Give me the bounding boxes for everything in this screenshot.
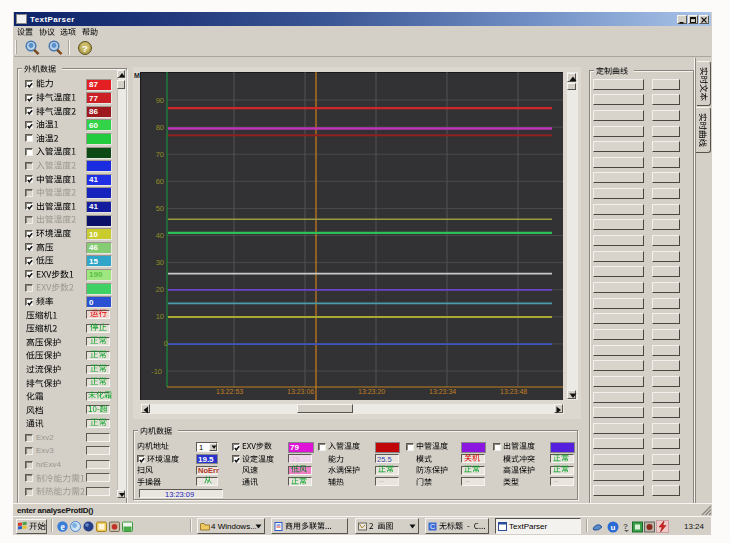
svg-text:?: ? — [623, 522, 628, 531]
svg-text:e: e — [60, 522, 64, 532]
svg-text:u: u — [611, 523, 616, 532]
svg-text:C: C — [430, 523, 435, 530]
svg-text:?: ? — [82, 43, 88, 54]
